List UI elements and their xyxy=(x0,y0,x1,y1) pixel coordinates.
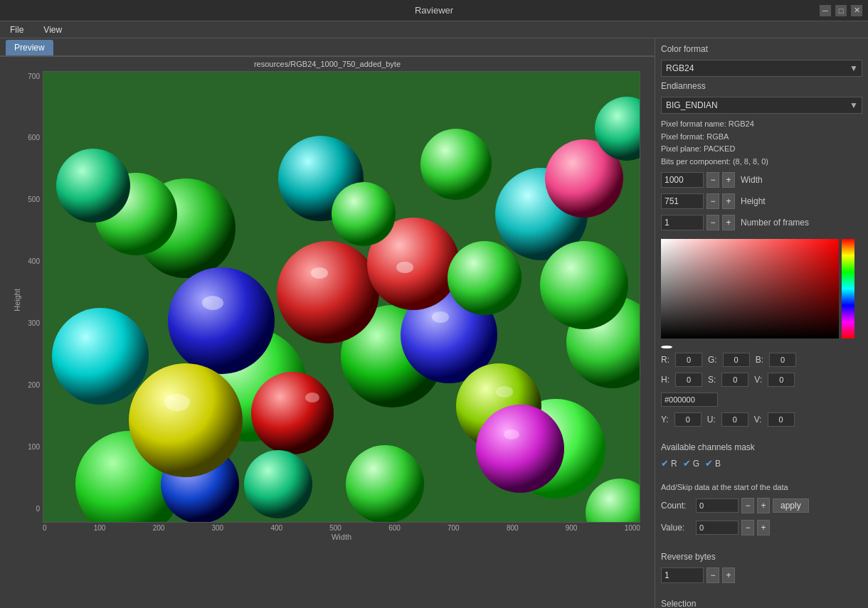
color-picker-container xyxy=(661,239,862,338)
window-controls: ─ □ ✕ xyxy=(820,5,862,16)
channel-r-label[interactable]: ✔ R xyxy=(661,458,677,469)
color-format-label: Color format xyxy=(661,44,862,54)
image-x-wrapper: 0 100 200 300 400 500 600 700 800 900 10… xyxy=(43,71,640,542)
menu-file[interactable]: File xyxy=(6,23,28,36)
width-row: − + Width xyxy=(661,172,862,188)
channel-g-label[interactable]: ✔ G xyxy=(683,458,699,469)
endian-select[interactable]: BIG_ENDIAN xyxy=(661,97,862,114)
svg-point-17 xyxy=(129,363,243,477)
r-input[interactable] xyxy=(675,353,702,367)
reverse-row: − + xyxy=(661,567,862,583)
reverse-input[interactable] xyxy=(661,567,704,583)
s-label: S: xyxy=(708,375,716,385)
endian-label: Endianness xyxy=(661,81,862,91)
svg-point-28 xyxy=(244,450,312,518)
x-label-900: 900 xyxy=(566,524,578,532)
count-decrement[interactable]: − xyxy=(741,498,754,513)
color-format-row: RGB24 ▼ xyxy=(661,60,862,77)
x-label-500: 500 xyxy=(329,524,342,532)
v-input[interactable] xyxy=(768,373,795,387)
s-input[interactable] xyxy=(721,373,748,387)
yuv-row: Y: U: V: xyxy=(661,412,862,427)
pixel-info-line2: Pixel format: RGBA xyxy=(661,131,862,144)
value-input[interactable] xyxy=(696,521,739,535)
height-decrement[interactable]: − xyxy=(706,193,719,209)
height-increment[interactable]: + xyxy=(722,193,735,209)
color-gradient-svg xyxy=(661,239,839,338)
height-row: − + Height xyxy=(661,193,862,209)
svg-point-25 xyxy=(448,241,522,315)
v2-label: V: xyxy=(754,415,762,425)
frames-decrement[interactable]: − xyxy=(706,215,719,230)
svg-point-34 xyxy=(164,394,190,411)
main-image[interactable] xyxy=(43,71,640,523)
y-label-600: 600 xyxy=(28,134,40,142)
maximize-button[interactable]: □ xyxy=(835,5,847,16)
height-input[interactable] xyxy=(661,193,704,209)
y-label-100: 100 xyxy=(28,443,40,451)
channel-r-check: ✔ xyxy=(661,458,669,469)
count-increment[interactable]: + xyxy=(757,498,770,513)
v2-input[interactable] xyxy=(768,412,795,427)
frames-input[interactable] xyxy=(661,215,704,230)
reverse-increment[interactable]: + xyxy=(722,567,735,583)
hex-input[interactable] xyxy=(661,393,718,407)
channel-b-text: B xyxy=(715,459,721,469)
svg-point-16 xyxy=(251,372,334,454)
tab-preview[interactable]: Preview xyxy=(6,40,53,55)
x-label-200: 200 xyxy=(153,524,165,532)
x-axis: 0 100 200 300 400 500 600 700 800 900 10… xyxy=(43,523,640,532)
x-label-100: 100 xyxy=(94,524,106,532)
svg-point-8 xyxy=(52,308,149,405)
b-label: B: xyxy=(756,355,763,365)
hue-slider[interactable] xyxy=(842,239,854,338)
channel-b-label[interactable]: ✔ B xyxy=(705,458,721,469)
canvas-container: 700 600 500 400 300 200 100 0 Height xyxy=(14,71,640,542)
width-input[interactable] xyxy=(661,172,704,188)
u-label: U: xyxy=(707,415,716,425)
y-label: Y: xyxy=(661,415,669,425)
color-format-select[interactable]: RGB24 xyxy=(661,60,862,77)
selection-section: Selection Size: 0 x 0 xyxy=(661,599,862,608)
rgb-row: R: G: B: xyxy=(661,353,862,367)
y-label-300: 300 xyxy=(28,319,40,327)
value-decrement[interactable]: − xyxy=(741,520,754,535)
channels-row: ✔ R ✔ G ✔ B xyxy=(661,458,862,469)
width-decrement[interactable]: − xyxy=(706,172,719,188)
svg-point-11 xyxy=(168,267,275,374)
svg-point-22 xyxy=(346,445,424,523)
minimize-button[interactable]: ─ xyxy=(820,5,831,16)
selection-label: Selection xyxy=(661,599,862,608)
svg-point-19 xyxy=(476,405,564,493)
value-increment[interactable]: + xyxy=(757,520,770,535)
channel-r-text: R xyxy=(671,459,677,469)
g-label: G: xyxy=(708,355,717,365)
height-label: Height xyxy=(741,196,766,206)
svg-point-27 xyxy=(540,241,628,329)
b-input[interactable] xyxy=(769,353,796,367)
width-label: Width xyxy=(741,175,763,185)
add-skip-title: Add/Skip data at the start of the data xyxy=(661,483,862,491)
count-input[interactable] xyxy=(696,498,739,513)
close-button[interactable]: ✕ xyxy=(851,5,862,16)
svg-rect-40 xyxy=(661,239,839,338)
frames-increment[interactable]: + xyxy=(722,215,735,230)
color-circle[interactable] xyxy=(661,346,672,348)
h-input[interactable] xyxy=(675,373,702,387)
reverse-decrement[interactable]: − xyxy=(706,567,719,583)
count-label: Count: xyxy=(661,501,693,511)
y-input[interactable] xyxy=(674,412,702,427)
svg-point-14 xyxy=(277,241,379,343)
color-gradient-area[interactable] xyxy=(661,239,839,338)
channels-label: Available channels mask xyxy=(661,442,862,452)
svg-point-35 xyxy=(496,386,513,398)
width-increment[interactable]: + xyxy=(722,172,735,188)
file-path: resources/RGB24_1000_750_added_byte xyxy=(254,60,401,68)
apply-button[interactable]: apply xyxy=(773,498,809,513)
hsv-row: H: S: V: xyxy=(661,373,862,387)
menu-bar: File View xyxy=(0,21,868,38)
u-input[interactable] xyxy=(721,412,748,427)
menu-view[interactable]: View xyxy=(39,23,66,36)
g-input[interactable] xyxy=(723,353,750,367)
svg-point-32 xyxy=(311,267,328,279)
